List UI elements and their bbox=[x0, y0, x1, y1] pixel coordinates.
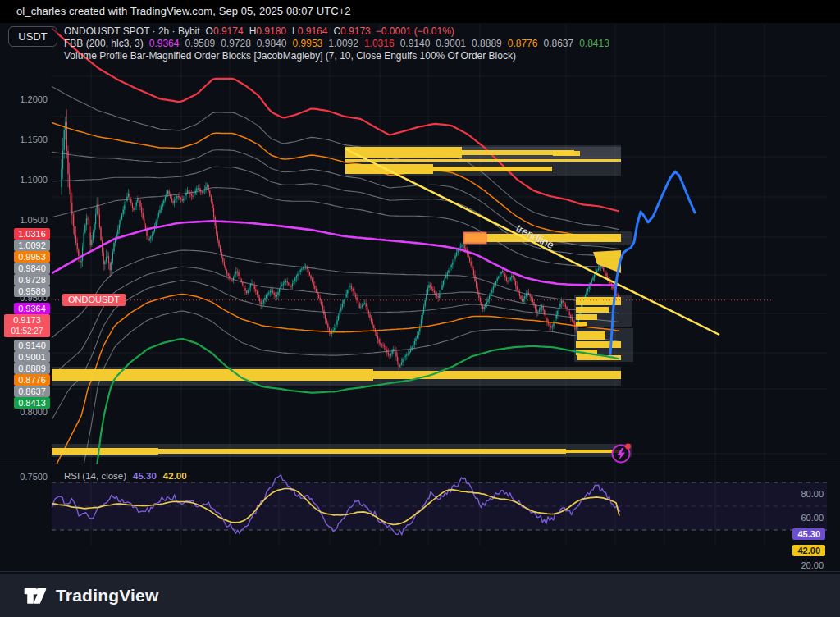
price-band-badge: 0.9840 bbox=[14, 263, 50, 274]
order-block-bars bbox=[52, 147, 621, 455]
fbb-band-value: 0.9728 bbox=[221, 38, 251, 49]
fbb-band-value: 1.0316 bbox=[364, 38, 395, 49]
rsi-label[interactable]: RSI (14, close) bbox=[64, 471, 126, 481]
price-tick: 1.0500 bbox=[20, 215, 48, 225]
chart-canvas[interactable]: trendline bbox=[0, 23, 840, 574]
tradingview-snapshot: ol_charles created with TradingView.com,… bbox=[0, 0, 840, 617]
price-band-badge: 0.8637 bbox=[14, 386, 50, 397]
price-tick: 0.8000 bbox=[20, 407, 48, 417]
symbol-title[interactable]: ONDOUSDT SPOT · 2h · Bybit bbox=[64, 25, 200, 37]
price-band-badge: 1.0092 bbox=[14, 240, 50, 251]
ohlc-value: 0.9173 bbox=[340, 25, 371, 37]
fbb-band-value: 0.9589 bbox=[185, 38, 215, 49]
ohlc-value: 0.9174 bbox=[213, 25, 244, 37]
rsi-backdrop bbox=[52, 482, 827, 530]
rsi-ma-value: 42.00 bbox=[163, 471, 187, 481]
ohlc-values: O0.9174H0.9180L0.9164C0.9173 bbox=[200, 25, 371, 37]
bar-countdown: 01:52:27 bbox=[6, 326, 48, 336]
rsi-legend[interactable]: RSI (14, close)45.3042.00 bbox=[64, 471, 187, 481]
attribution-text: ol_charles created with TradingView.com,… bbox=[16, 5, 351, 17]
change-value: −0.0001 (−0.01%) bbox=[376, 25, 454, 37]
price-band-badge: 1.0316 bbox=[14, 228, 50, 240]
currency-toggle-button[interactable]: USDT bbox=[8, 26, 57, 47]
price-tick: 1.2000 bbox=[20, 94, 48, 104]
fbb-band-value: 0.9140 bbox=[400, 38, 431, 49]
fbb-band-value: 0.9840 bbox=[257, 38, 287, 49]
price-tick: 1.1500 bbox=[20, 135, 48, 144]
ohlc-value: 0.9180 bbox=[256, 25, 286, 37]
ohlc-value: 0.9164 bbox=[298, 25, 328, 37]
rsi-value-badge: 42.00 bbox=[792, 545, 825, 556]
current-price-value: 0.9173 bbox=[6, 315, 48, 326]
projection-path-drawing bbox=[610, 171, 695, 354]
ohlc-label: C bbox=[333, 25, 340, 37]
chart-region[interactable]: trendline USDT ONDOUSDT SPOT · 2h · Bybi… bbox=[0, 23, 840, 574]
legend-fbb-row[interactable]: FBB (200, hlc3, 3)0.93640.95890.97280.98… bbox=[64, 38, 609, 50]
symbol-price-tag: ONDOUSDT bbox=[62, 294, 126, 306]
price-band-badge: 0.9001 bbox=[14, 351, 50, 363]
legend-volume-profile-row[interactable]: Volume Profile Bar-Magnified Order Block… bbox=[64, 50, 609, 62]
price-band-badge: 0.8413 bbox=[14, 397, 50, 409]
price-band-badge: 0.9140 bbox=[14, 340, 50, 351]
ohlc-label: O bbox=[206, 25, 213, 37]
brand-name: TradingView bbox=[56, 586, 159, 606]
footer-bar: TradingView bbox=[0, 574, 840, 617]
fbb-indicator-label[interactable]: FBB (200, hlc3, 3) bbox=[64, 38, 144, 49]
fbb-band-value: 0.8889 bbox=[472, 38, 502, 49]
legend-symbol-row[interactable]: ONDOUSDT SPOT · 2h · BybitO0.9174H0.9180… bbox=[64, 25, 609, 38]
fbb-band-value: 0.8776 bbox=[508, 38, 538, 49]
rsi-tick: 80.00 bbox=[801, 489, 824, 499]
current-price-badge: 0.917301:52:27 bbox=[4, 314, 50, 337]
rsi-value-badge: 45.30 bbox=[792, 528, 825, 540]
fbb-band-value: 0.8413 bbox=[579, 38, 609, 49]
rsi-tick: 20.00 bbox=[801, 560, 824, 570]
price-tick: 0.7500 bbox=[20, 472, 48, 482]
price-band-badge: 0.9953 bbox=[14, 251, 50, 263]
price-band-badge: 0.9364 bbox=[14, 303, 50, 314]
fbb-band-value: 0.9001 bbox=[436, 38, 466, 49]
fbb-band-value: 1.0092 bbox=[328, 38, 358, 49]
ohlc-label: H bbox=[249, 25, 257, 37]
price-tick: 1.1000 bbox=[20, 175, 48, 185]
fbb-values: 0.93640.95890.97280.98400.99531.00921.03… bbox=[144, 38, 609, 49]
fbb-band-value: 0.8637 bbox=[543, 38, 573, 49]
fbb-band-value: 0.9953 bbox=[293, 38, 323, 49]
price-band-badge: 0.9589 bbox=[14, 286, 50, 297]
gridlines bbox=[52, 25, 827, 546]
chart-legend: ONDOUSDT SPOT · 2h · BybitO0.9174H0.9180… bbox=[64, 25, 609, 62]
fbb-band-value: 0.9364 bbox=[149, 38, 180, 49]
price-band-badge: 0.9728 bbox=[14, 274, 50, 286]
price-axis[interactable]: 1.20001.15001.10001.05000.95000.80000.75… bbox=[0, 46, 51, 571]
rsi-tick: 60.00 bbox=[801, 513, 824, 523]
volume-profile-label[interactable]: Volume Profile Bar-Magnified Order Block… bbox=[64, 50, 516, 62]
price-band-badge: 0.8889 bbox=[14, 363, 50, 374]
price-band-badge: 0.8776 bbox=[14, 374, 50, 386]
ohlc-label: L bbox=[292, 25, 298, 37]
tradingview-logo-icon bbox=[22, 583, 48, 609]
rsi-axis[interactable]: 80.0060.0020.0045.3042.00 bbox=[771, 46, 840, 571]
rsi-value: 45.30 bbox=[133, 471, 157, 481]
